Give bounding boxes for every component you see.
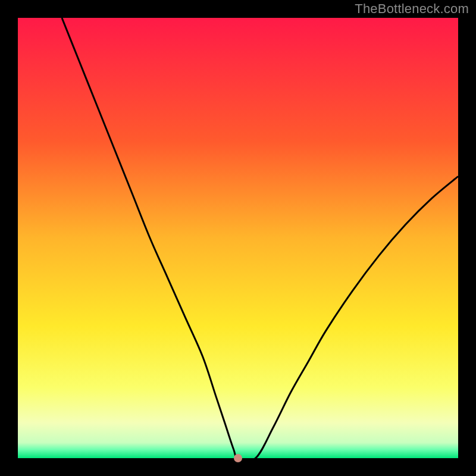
optimum-marker [234, 454, 242, 462]
bottleneck-plot [18, 18, 458, 458]
watermark-text: TheBottleneck.com [355, 1, 469, 17]
chart-frame: TheBottleneck.com [0, 0, 476, 476]
plot-background [18, 18, 458, 458]
